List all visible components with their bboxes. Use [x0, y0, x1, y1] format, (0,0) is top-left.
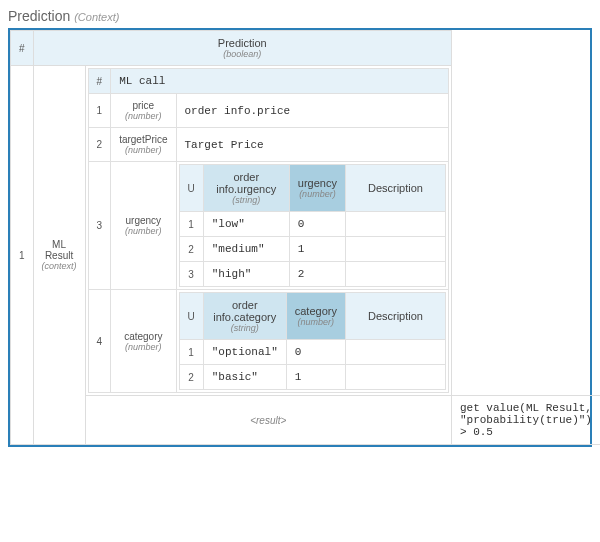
- col-type: (number): [298, 189, 337, 199]
- param-name: category: [124, 331, 162, 342]
- param-type: (number): [119, 342, 167, 352]
- decision-table: # Prediction (boolean) 1 ML Result (cont…: [8, 28, 592, 447]
- col-type: (string): [212, 195, 281, 205]
- ml-call-table: # ML call 1 price (number) order info.pr…: [88, 68, 449, 393]
- title-type: (Context): [74, 11, 119, 23]
- param-type: (number): [119, 111, 167, 121]
- table-row: 1 "low" 0: [179, 212, 445, 237]
- col-type: (string): [212, 323, 278, 333]
- desc-col: Description: [345, 293, 445, 340]
- header-name: Prediction: [218, 37, 267, 49]
- table-row: 1 "optional" 0: [179, 340, 445, 365]
- col-hash: #: [11, 31, 34, 66]
- param-name-cell: targetPrice (number): [111, 128, 176, 162]
- param-type: (number): [119, 226, 167, 236]
- col-name: order info.urgency: [216, 171, 276, 195]
- category-col1: order info.category (string): [203, 293, 286, 340]
- param-idx: 2: [88, 128, 111, 162]
- param-value: order info.price: [176, 94, 448, 128]
- table-row: 2 "basic" 1: [179, 365, 445, 390]
- param-type: (number): [119, 145, 167, 155]
- param-name: price: [132, 100, 154, 111]
- table-row: 2 "medium" 1: [179, 237, 445, 262]
- param-idx: 3: [88, 162, 111, 290]
- ml-result-cell: ML Result (context): [33, 66, 85, 445]
- col-prediction: Prediction (boolean): [33, 31, 451, 66]
- u-col: U: [179, 165, 203, 212]
- header-type: (boolean): [42, 49, 443, 59]
- result-expression: get value(ML Result, "probability(true)"…: [451, 396, 600, 445]
- row-index: 1: [11, 66, 34, 445]
- col-name: category: [295, 305, 337, 317]
- ml-call-header: ML call: [111, 69, 449, 94]
- col-name: urgency: [298, 177, 337, 189]
- category-nested: U order info.category (string) category …: [176, 290, 448, 393]
- title-text: Prediction: [8, 8, 70, 24]
- u-col: U: [179, 293, 203, 340]
- param-name-cell: category (number): [111, 290, 176, 393]
- table-row: 3 "high" 2: [179, 262, 445, 287]
- col-name: order info.category: [213, 299, 276, 323]
- result-label: <result>: [85, 396, 451, 445]
- urgency-col1: order info.urgency (string): [203, 165, 289, 212]
- param-row: 4 category (number) U order info.categor…: [88, 290, 448, 393]
- ml-result-label: ML Result: [45, 239, 73, 261]
- category-col2: category (number): [286, 293, 345, 340]
- param-idx: 1: [88, 94, 111, 128]
- urgency-table: U order info.urgency (string) urgency (n…: [179, 164, 446, 287]
- param-name-cell: price (number): [111, 94, 176, 128]
- param-row: 2 targetPrice (number) Target Price: [88, 128, 448, 162]
- param-value: Target Price: [176, 128, 448, 162]
- param-row: 3 urgency (number) U order info.urgency …: [88, 162, 448, 290]
- ml-result-type: (context): [42, 261, 77, 271]
- category-table: U order info.category (string) category …: [179, 292, 446, 390]
- desc-col: Description: [345, 165, 445, 212]
- inner-hash: #: [88, 69, 111, 94]
- param-row: 1 price (number) order info.price: [88, 94, 448, 128]
- param-idx: 4: [88, 290, 111, 393]
- param-name-cell: urgency (number): [111, 162, 176, 290]
- urgency-nested: U order info.urgency (string) urgency (n…: [176, 162, 448, 290]
- ml-call-cell: # ML call 1 price (number) order info.pr…: [85, 66, 451, 396]
- param-name: urgency: [126, 215, 162, 226]
- col-type: (number): [295, 317, 337, 327]
- page-title: Prediction (Context): [8, 8, 592, 24]
- param-name: targetPrice: [119, 134, 167, 145]
- urgency-col2: urgency (number): [289, 165, 345, 212]
